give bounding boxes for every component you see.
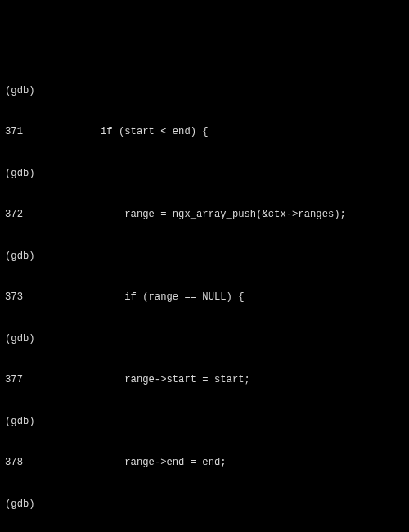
gdb-terminal-panel-1[interactable]: (gdb) 371 if (start < end) { (gdb) 372 r…: [0, 55, 409, 532]
gdb-line: 378 range->end = end;: [5, 456, 406, 470]
gdb-line: 371 if (start < end) {: [5, 125, 406, 139]
gdb-line: 377 range->start = start;: [5, 373, 406, 387]
gdb-line: (gdb): [5, 415, 406, 429]
gdb-line: (gdb): [5, 498, 406, 512]
gdb-line: 373 if (range == NULL) {: [5, 291, 406, 304]
gdb-line: (gdb): [5, 84, 406, 98]
gdb-line: (gdb): [5, 250, 406, 264]
gdb-line: (gdb): [5, 332, 406, 346]
gdb-line: (gdb): [5, 167, 406, 181]
gdb-line: 372 range = ngx_array_push(&ctx->ranges)…: [5, 208, 406, 222]
